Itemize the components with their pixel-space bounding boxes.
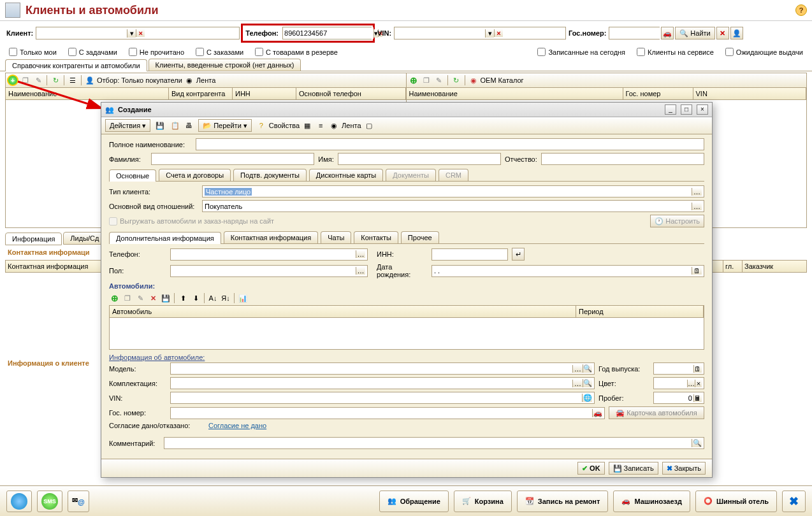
- maximize-button[interactable]: □: [681, 104, 692, 115]
- tab-contact[interactable]: Контактная информация: [224, 231, 318, 243]
- tab-crm[interactable]: CRM: [439, 169, 468, 181]
- actions-menu[interactable]: Действия ▾: [105, 119, 150, 132]
- modal-phone-field[interactable]: …: [170, 248, 368, 261]
- gender-field[interactable]: …: [170, 265, 368, 277]
- add-car-button[interactable]: ⊕: [408, 75, 419, 86]
- appeal-button[interactable]: 👥Обращение: [379, 491, 449, 512]
- tool-ref-icon[interactable]: 📋: [170, 120, 181, 131]
- refresh-icon[interactable]: ↻: [50, 75, 61, 86]
- comment-field[interactable]: 🔍: [164, 437, 704, 449]
- modal-inn-field[interactable]: [431, 248, 508, 261]
- cars-grid[interactable]: Автомобиль Период: [109, 305, 704, 350]
- client-type-dots[interactable]: …: [692, 188, 702, 196]
- add-client-button[interactable]: +: [7, 75, 18, 86]
- col-inn[interactable]: ИНН: [233, 88, 296, 99]
- user-card-button[interactable]: 👤: [730, 27, 743, 39]
- tab-clients-string[interactable]: Клиенты, введенные строкой (нет данных): [149, 59, 301, 71]
- car-col-period[interactable]: Период: [576, 306, 704, 317]
- tab-other[interactable]: Прочее: [401, 231, 439, 243]
- car-chart-icon[interactable]: 📊: [237, 292, 249, 304]
- edit-car-icon[interactable]: ✎: [433, 75, 445, 86]
- upload-site-checkbox[interactable]: Выгружать автомобили и заказ-наряды на с…: [109, 217, 274, 226]
- gosnomer-car-icon[interactable]: 🚗: [592, 409, 602, 417]
- car-down-icon[interactable]: ⬇: [190, 292, 201, 304]
- find-button[interactable]: 🔍 Найти: [675, 27, 714, 39]
- car-add-icon[interactable]: ⊕: [109, 292, 120, 304]
- tab-contacts[interactable]: Контакты: [354, 231, 398, 243]
- with-orders-checkbox[interactable]: С заказами: [196, 48, 243, 56]
- foot-sms-button[interactable]: SMS: [37, 491, 62, 512]
- refresh-car-icon[interactable]: ↻: [451, 75, 462, 86]
- complect-search[interactable]: 🔍: [583, 379, 592, 387]
- tab-leads[interactable]: Лиды/Сд: [63, 232, 106, 245]
- car-icon-button[interactable]: 🚗: [661, 27, 674, 39]
- sort-desc-icon[interactable]: Я↓: [220, 292, 231, 304]
- tab-main[interactable]: Основные: [109, 169, 156, 182]
- color-dots[interactable]: …: [687, 380, 695, 387]
- client-input[interactable]: [36, 27, 127, 39]
- cart-button[interactable]: 🛒Корзина: [454, 491, 512, 512]
- client-combo[interactable]: ▾ ×: [36, 27, 240, 39]
- relation-field[interactable]: Покупатель…: [202, 200, 704, 212]
- col-type[interactable]: Вид контрагента: [169, 88, 233, 99]
- ok-button[interactable]: ✔ OK: [577, 462, 605, 475]
- goto-menu[interactable]: 📂 Перейти ▾: [198, 119, 252, 132]
- oem-icon[interactable]: ◉: [468, 75, 479, 86]
- repair-button[interactable]: 📆Запись на ремонт: [517, 491, 609, 512]
- inn-lookup-button[interactable]: ↵: [512, 248, 525, 261]
- vin-combo[interactable]: ▾ ×: [394, 27, 566, 39]
- client-dropdown-icon[interactable]: ▾: [127, 29, 136, 38]
- today-checkbox[interactable]: Записанные на сегодня: [537, 48, 625, 56]
- model-search[interactable]: 🔍: [583, 364, 592, 373]
- help-icon[interactable]: ?: [795, 4, 807, 16]
- col-vin[interactable]: VIN: [693, 88, 807, 99]
- sort-asc-icon[interactable]: A↓: [207, 292, 219, 304]
- tool-save-icon[interactable]: 💾: [154, 120, 166, 131]
- vin-dropdown-icon[interactable]: ▾: [485, 29, 494, 38]
- car-save-icon[interactable]: 💾: [160, 292, 171, 304]
- tool-print-icon[interactable]: 🖶: [183, 120, 194, 131]
- car-col-auto[interactable]: Автомобиль: [110, 306, 576, 317]
- phone-input[interactable]: [283, 27, 373, 39]
- with-tasks-checkbox[interactable]: С задачами: [68, 48, 117, 56]
- hierarchy-icon[interactable]: ☰: [67, 75, 78, 86]
- minimize-button[interactable]: _: [665, 104, 676, 115]
- mileage-calc[interactable]: 🖩: [693, 394, 702, 402]
- foot-mail-button[interactable]: ✉@: [68, 491, 89, 512]
- consent-link[interactable]: Согласие не дано: [208, 422, 266, 429]
- clear-search-button[interactable]: ✕: [716, 27, 729, 39]
- vin-input[interactable]: [395, 27, 485, 39]
- edit-icon[interactable]: ✎: [33, 75, 44, 86]
- client-type-field[interactable]: Частное лицо…: [202, 185, 704, 197]
- tab-accounts[interactable]: Счета и договоры: [159, 169, 231, 181]
- complect-field[interactable]: …🔍: [170, 377, 595, 389]
- car-card-button[interactable]: 🚘 Карточка автомобиля: [609, 406, 704, 419]
- gosnomer-modal-field[interactable]: 🚗: [170, 407, 605, 419]
- col-name[interactable]: Наименование: [6, 88, 169, 99]
- service-checkbox[interactable]: Клиенты на сервисе: [637, 48, 714, 56]
- year-cal[interactable]: 🗓: [693, 365, 702, 373]
- car-up-icon[interactable]: ⬆: [177, 292, 189, 304]
- vin-modal-field[interactable]: 🌐: [170, 392, 595, 404]
- close-button[interactable]: ✖ Закрыть: [662, 462, 706, 475]
- color-clear[interactable]: ×: [695, 380, 702, 387]
- save-button[interactable]: 💾 Записать: [609, 462, 658, 475]
- vin-globe-icon[interactable]: 🌐: [582, 394, 592, 402]
- car-delete-icon[interactable]: ✕: [147, 292, 159, 304]
- tab-docs[interactable]: Подтв. документы: [233, 169, 307, 181]
- close-window-button[interactable]: ×: [697, 104, 708, 115]
- fullname-field[interactable]: [196, 138, 704, 150]
- color-field[interactable]: …×: [653, 377, 704, 389]
- unread-checkbox[interactable]: Не прочитано: [129, 48, 184, 56]
- model-field[interactable]: …🔍: [170, 362, 595, 375]
- model-dots[interactable]: …: [572, 365, 582, 373]
- birth-field[interactable]: . .🗓: [431, 265, 704, 277]
- col-car-name[interactable]: Наименование: [407, 88, 623, 99]
- gender-dots[interactable]: …: [356, 267, 365, 275]
- calendar-icon[interactable]: 🗓: [692, 267, 702, 275]
- tirehotel-button[interactable]: ⭕Шинный отель: [695, 491, 777, 512]
- foot-close-button[interactable]: ✖: [782, 491, 806, 512]
- copy-icon[interactable]: ❐: [20, 75, 31, 86]
- tab-information[interactable]: Информация: [5, 233, 62, 245]
- help-tool-icon[interactable]: ?: [256, 120, 267, 131]
